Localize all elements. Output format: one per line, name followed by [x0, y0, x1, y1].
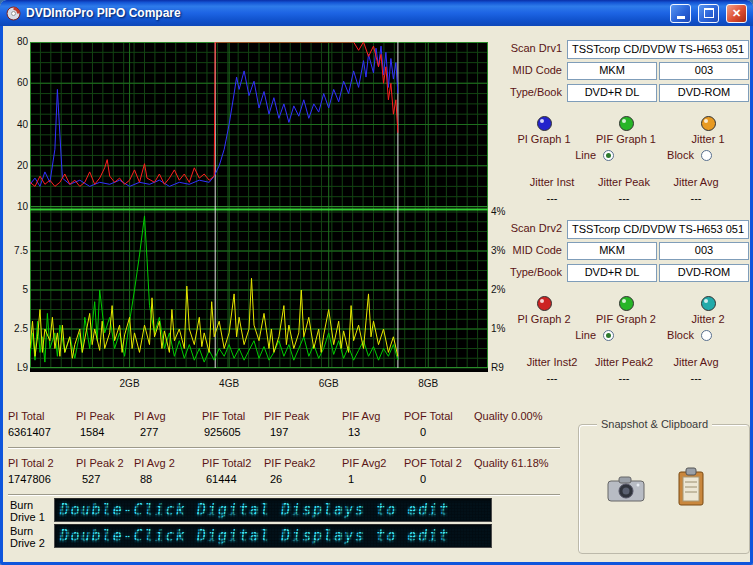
jitter-inst-value-1: ---	[512, 192, 592, 205]
maximize-icon	[704, 8, 714, 18]
line-radio-2[interactable]	[603, 330, 614, 341]
axis-tick: 6GB	[313, 378, 345, 390]
jitter-avg-value-1: ---	[656, 192, 736, 205]
type-book-field-1b: DVD-ROM	[659, 84, 749, 102]
pi-graph1-label: PI Graph 1	[508, 133, 580, 146]
mid-code-field-1a: MKM	[567, 62, 657, 80]
mid-code-label-1: MID Code	[498, 64, 562, 77]
axis-tick: 20	[4, 160, 28, 172]
stat-value: 527	[82, 473, 100, 486]
close-icon: ✕	[732, 7, 741, 20]
pif-graph1-label: PIF Graph 1	[590, 133, 662, 146]
axis-tick: 4GB	[213, 378, 245, 390]
burn-drive2-digital-display[interactable]: Double-Click Digital Displays to edit	[54, 524, 492, 548]
stat-value: 925605	[204, 426, 241, 439]
type-book-label-1: Type/Book	[498, 86, 562, 99]
type-book-label-2: Type/Book	[498, 266, 562, 279]
type-book-field-2a: DVD+R DL	[567, 264, 657, 282]
burn-drive1-digital-display[interactable]: Double-Click Digital Displays to edit	[54, 498, 492, 522]
clipboard-button[interactable]	[677, 467, 705, 511]
scan-drv1-label: Scan Drv1	[498, 42, 562, 55]
pipo-compare-chart[interactable]: 80604020107.552.5L94%3%2%1%R92GB4GB6GB8G…	[4, 36, 526, 394]
stat-label: PIF Total	[202, 410, 245, 423]
axis-tick: 5	[4, 284, 28, 296]
axis-tick: 7.5	[4, 245, 28, 257]
pi-graph2-label: PI Graph 2	[508, 313, 580, 326]
separator	[8, 447, 560, 449]
title-bar[interactable]: DVDInfoPro PIPO Compare ✕	[0, 0, 753, 26]
stat-label: POF Total 2	[404, 457, 462, 470]
jitter-peak-value-1: ---	[584, 192, 664, 205]
close-button[interactable]: ✕	[726, 4, 747, 23]
jitter-avg2-label: Jitter Avg	[656, 356, 736, 369]
block-radio-1[interactable]	[701, 150, 712, 161]
jitter-peak2-value: ---	[584, 372, 664, 385]
stat-label: PI Peak	[76, 410, 115, 423]
jitter-peak2-label: Jitter Peak2	[584, 356, 664, 369]
burn-drive2-label-line1: Burn	[10, 525, 33, 537]
stat-label: PI Peak 2	[76, 457, 124, 470]
axis-tick: 40	[4, 119, 28, 131]
pi-graph1-indicator-icon	[537, 116, 552, 131]
chart-canvas	[30, 42, 488, 372]
burn-drive1-label-line1: Burn	[10, 499, 33, 511]
line-label-1: Line	[550, 149, 596, 162]
lcd-text-1: Double-Click Digital Displays to edit	[60, 499, 450, 521]
axis-tick: 4%	[491, 206, 521, 218]
pif-graph1-indicator-icon	[619, 116, 634, 131]
lcd-text-2: Double-Click Digital Displays to edit	[60, 525, 450, 547]
stat-value: 1	[348, 473, 354, 486]
axis-tick: 80	[4, 36, 28, 48]
mid-code-field-2b: 003	[659, 242, 749, 260]
stat-label: PI Total 2	[8, 457, 54, 470]
scan-drv2-field: TSSTcorp CD/DVDW TS-H653 051	[567, 220, 749, 239]
stat-label: PIF Total2	[202, 457, 251, 470]
stat-value: 1584	[80, 426, 104, 439]
jitter2-indicator-icon	[701, 296, 716, 311]
stat-value: 13	[348, 426, 360, 439]
stat-label: PI Avg 2	[134, 457, 175, 470]
line-label-2: Line	[550, 329, 596, 342]
minimize-icon	[677, 16, 685, 19]
stat-label: PIF Peak	[264, 410, 309, 423]
stat-label: Quality 61.18%	[474, 457, 549, 470]
axis-tick: 2GB	[114, 378, 146, 390]
jitter2-label: Jitter 2	[672, 313, 744, 326]
stat-label: POF Total	[404, 410, 453, 423]
snapshot-group-title: Snapshot & Clipboard	[597, 418, 712, 430]
line-radio-1[interactable]	[603, 150, 614, 161]
pi-graph2-indicator-icon	[537, 296, 552, 311]
stat-label: PIF Avg	[342, 410, 380, 423]
stat-value: 0	[420, 473, 426, 486]
pif-graph2-indicator-icon	[619, 296, 634, 311]
mid-code-label-2: MID Code	[498, 244, 562, 257]
burn-drive2-label-line2: Drive 2	[10, 537, 45, 549]
stat-value: 88	[140, 473, 152, 486]
snapshot-clipboard-group: Snapshot & Clipboard	[578, 424, 750, 554]
type-book-field-1a: DVD+R DL	[567, 84, 657, 102]
stat-value: 0	[420, 426, 426, 439]
separator	[8, 494, 560, 496]
type-book-field-2b: DVD-ROM	[659, 264, 749, 282]
app-icon	[6, 6, 21, 21]
clipboard-icon	[677, 467, 705, 507]
stat-value: 26	[270, 473, 282, 486]
dvdinfopro-window: DVDInfoPro PIPO Compare ✕ 80604020107.55…	[0, 0, 753, 565]
axis-tick: 60	[4, 77, 28, 89]
minimize-button[interactable]	[670, 4, 691, 23]
jitter-inst2-label: Jitter Inst2	[512, 356, 592, 369]
jitter-inst-label-1: Jitter Inst	[512, 176, 592, 189]
mid-code-field-2a: MKM	[567, 242, 657, 260]
burn-drive1-label-line2: Drive 1	[10, 511, 45, 523]
block-radio-2[interactable]	[701, 330, 712, 341]
axis-tick: 2%	[491, 284, 521, 296]
camera-icon	[607, 475, 645, 503]
stat-value: 197	[270, 426, 288, 439]
snapshot-camera-button[interactable]	[607, 475, 645, 507]
maximize-button[interactable]	[698, 4, 719, 23]
scan-drv2-label: Scan Drv2	[498, 222, 562, 235]
jitter1-indicator-icon	[701, 116, 716, 131]
window-title: DVDInfoPro PIPO Compare	[26, 6, 663, 20]
scan-drv1-field: TSSTcorp CD/DVDW TS-H653 051	[567, 40, 749, 59]
jitter-avg-label-1: Jitter Avg	[656, 176, 736, 189]
